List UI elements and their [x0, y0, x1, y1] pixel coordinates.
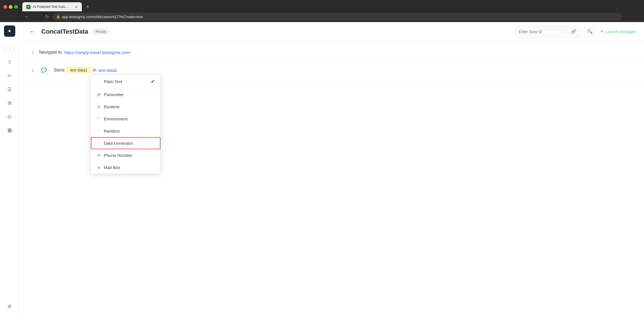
traffic-light-yellow[interactable] [9, 5, 12, 9]
step-number-1: 1 [28, 50, 34, 55]
nav-reload-button[interactable]: ↻ [44, 14, 51, 20]
dropdown-item-environment[interactable]: * Environment [91, 113, 160, 125]
status-badge: Ready [92, 28, 110, 35]
sidebar-item-list[interactable]: ☰ [3, 83, 16, 96]
phone-number-label: Phone Number [104, 153, 155, 158]
app-container: ✦ ⋮⋮⋮ ⇧ ✏ ☰ ⊞ ◎ ▦ ⚙ ← ConcatTestData Rea… [0, 22, 644, 316]
runtime-prefix: $ [96, 105, 101, 109]
link-icon: 🔗 [571, 29, 576, 34]
main-content: ← ConcatTestData Ready 🔗 🔍 ✦ Launch debu… [19, 22, 644, 316]
url-input[interactable] [62, 15, 618, 19]
step-2-middle: in [93, 68, 96, 73]
plain-text-check-icon: ✔ [151, 79, 155, 85]
browser-address-bar-row: ← → ↻ 🔒 [0, 11, 644, 22]
sidebar-item-dashboard[interactable]: ⊞ [3, 97, 16, 109]
environment-label: Environment [104, 116, 155, 121]
debugger-icon: ✦ [600, 29, 604, 34]
header-right: 🔗 🔍 ✦ Launch debugger [515, 26, 636, 38]
dropdown-menu: Plain Text ✔ @ Parameter $ Runtime * Env… [91, 75, 161, 174]
xray-input-wrapper[interactable]: 🔗 [515, 26, 580, 38]
step-2-highlighted[interactable]: test data1 [67, 67, 91, 73]
data-generator-label: Data Generator [104, 141, 155, 146]
sidebar: ✦ ⋮⋮⋮ ⇧ ✏ ☰ ⊞ ◎ ▦ ⚙ [0, 22, 19, 316]
parameter-prefix: @ [96, 92, 101, 97]
tab-close-icon[interactable]: ✕ [75, 5, 78, 9]
step-icon-2: 💬 [39, 65, 49, 75]
lock-icon: 🔒 [56, 15, 60, 19]
new-tab-button[interactable]: + [84, 4, 92, 9]
browser-tab-bar: ✦ AI Powered Test Automation P ✕ + [0, 0, 644, 11]
sidebar-item-target[interactable]: ◎ [3, 110, 16, 123]
sidebar-item-edit[interactable]: ✏ [3, 70, 16, 82]
plain-text-label: Plain Text [104, 79, 148, 84]
dropdown-item-phone-number[interactable]: % Phone Number [91, 149, 160, 161]
browser-tab-active[interactable]: ✦ AI Powered Test Automation P ✕ [22, 2, 82, 11]
tab-title: AI Powered Test Automation P [33, 5, 70, 9]
top-header: ← ConcatTestData Ready 🔗 🔍 ✦ Launch debu… [19, 22, 644, 41]
step-1-link[interactable]: https://simply-travel.testsigma.com/ [64, 50, 130, 55]
mail-box-prefix: & [96, 165, 101, 170]
mail-box-label: Mail Box [104, 165, 155, 170]
step-2-prefix: Store [54, 68, 65, 73]
dropdown-item-parameter[interactable]: @ Parameter [91, 88, 160, 101]
sidebar-logo: ✦ [4, 25, 15, 37]
address-bar[interactable]: 🔒 [53, 13, 621, 21]
tab-favicon: ✦ [26, 5, 31, 9]
dropdown-item-plain-text[interactable]: Plain Text ✔ [91, 75, 160, 88]
steps-area: 1 Navigate to https://simply-travel.test… [19, 41, 644, 316]
back-button[interactable]: ← [27, 27, 38, 36]
sidebar-item-grid[interactable]: ⋮⋮⋮ [3, 42, 16, 55]
traffic-light-red[interactable] [3, 5, 7, 9]
sidebar-item-chart[interactable]: ▦ [3, 124, 16, 136]
sidebar-item-upload[interactable]: ⇧ [3, 56, 16, 68]
dropdown-item-runtime[interactable]: $ Runtime [91, 101, 160, 113]
nav-forward-button[interactable]: → [33, 13, 41, 20]
dropdown-item-random[interactable]: ~ Random [91, 125, 160, 137]
browser-controls [3, 5, 18, 9]
random-label: Random [104, 129, 155, 133]
traffic-light-green[interactable] [14, 5, 18, 9]
runtime-label: Runtime [104, 104, 155, 109]
dropdown-item-mail-box[interactable]: & Mail Box [91, 161, 160, 174]
debugger-label: Launch debugger [605, 29, 636, 34]
parameter-label: Parameter [104, 92, 155, 97]
step-content-1: Navigate to https://simply-travel.testsi… [39, 50, 130, 55]
step-2-link[interactable]: test data2 [98, 68, 117, 73]
sidebar-item-settings[interactable]: ⚙ [3, 300, 16, 313]
data-generator-prefix: ! [96, 141, 101, 145]
dropdown-item-data-generator[interactable]: ! Data Generator [91, 137, 160, 149]
xray-id-input[interactable] [519, 29, 568, 34]
random-prefix: ~ [96, 129, 101, 133]
page-title: ConcatTestData [41, 28, 88, 35]
launch-debugger-button[interactable]: ✦ Launch debugger [600, 29, 636, 34]
step-content-2: Store test data1 in test data2 [54, 67, 117, 73]
search-button[interactable]: 🔍 [584, 26, 596, 38]
environment-prefix: * [96, 117, 101, 121]
browser-chrome: ✦ AI Powered Test Automation P ✕ + ← → ↻… [0, 0, 644, 22]
phone-number-prefix: % [96, 153, 101, 157]
step-row-1: 1 Navigate to https://simply-travel.test… [19, 45, 644, 60]
step-number-2: 2 [28, 68, 34, 73]
step-1-prefix: Navigate to [39, 50, 62, 55]
nav-back-button[interactable]: ← [23, 13, 31, 20]
